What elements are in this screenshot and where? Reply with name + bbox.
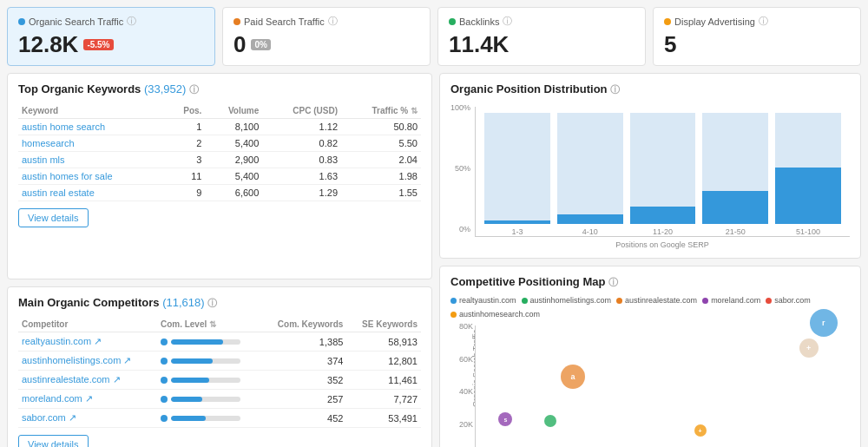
competitor-link[interactable]: austinrealestate.com ↗	[22, 374, 121, 385]
dot-display	[664, 18, 671, 25]
metric-paid[interactable]: Paid Search Traffic ⓘ 0 0%	[222, 7, 431, 66]
dot-organic	[18, 18, 25, 25]
level-bar	[171, 416, 240, 421]
bar-fill	[702, 191, 768, 224]
keyword-link[interactable]: austin mls	[22, 154, 65, 165]
scatter-dot-2[interactable]: s	[498, 412, 512, 426]
level-bar	[171, 339, 240, 345]
position-y-axis: 100% 50% 0%	[450, 103, 472, 233]
legend-dot	[450, 298, 457, 304]
level-bar-container	[161, 415, 257, 422]
map-y-axis: 80K 60K 40K 20K 0	[450, 322, 473, 447]
bar-bg	[775, 113, 841, 168]
level-bar	[171, 378, 240, 383]
table-row: austin home search 1 8,100 1.12 50.80	[18, 119, 421, 135]
legend-item: sabor.com	[766, 296, 811, 305]
legend-item: moreland.com	[702, 296, 760, 305]
metric-paid-value: 0	[233, 31, 246, 58]
info-icon-position[interactable]: ⓘ	[610, 84, 620, 95]
dot-paid	[233, 18, 240, 25]
bar-bg	[484, 113, 550, 220]
bar-group: 11-20	[630, 107, 696, 236]
info-icon-map[interactable]: ⓘ	[608, 277, 618, 287]
metric-organic[interactable]: Organic Search Traffic ⓘ 12.8K -5.5%	[7, 7, 215, 66]
comp-header-com-kw: Com. Keywords	[260, 317, 346, 332]
scatter-dot-3[interactable]	[544, 415, 556, 427]
top-keywords-panel: Top Organic Keywords (33,952) ⓘ Keyword …	[7, 73, 432, 279]
table-row: austin homes for sale 11 5,400 1.63 1.98	[18, 168, 421, 185]
legend-dot	[522, 298, 528, 304]
info-icon-backlinks[interactable]: ⓘ	[503, 15, 512, 28]
position-x-title: Positions on Google SERP	[475, 240, 850, 249]
table-row: moreland.com ↗ 257 7,727	[18, 390, 421, 409]
competitors-title: Main Organic Competitors (11,618) ⓘ	[18, 296, 421, 310]
legend-dot	[766, 298, 772, 304]
keyword-link[interactable]: homesearch	[22, 138, 75, 148]
metric-paid-badge: 0%	[251, 39, 270, 50]
scatter-dot-4[interactable]: +	[694, 424, 707, 437]
bar-label: 4-10	[582, 227, 598, 236]
keyword-link[interactable]: austin real estate	[22, 187, 95, 198]
scatter-dot-1[interactable]: a	[561, 365, 585, 389]
level-dot	[161, 377, 168, 384]
legend-dot	[450, 312, 457, 318]
legend-item: austinhomelistings.com	[522, 296, 612, 305]
level-bar-fill	[171, 339, 223, 345]
level-bar-fill	[171, 378, 209, 383]
level-bar	[171, 397, 240, 402]
kw-header-traffic: Traffic % ⇅	[341, 103, 421, 119]
kw-header-pos: Pos.	[167, 103, 205, 119]
info-icon-organic[interactable]: ⓘ	[127, 15, 136, 28]
level-dot	[161, 415, 168, 422]
bar-bg	[702, 113, 768, 191]
legend-item: austinhomesearch.com	[450, 310, 540, 319]
bar-fill	[557, 214, 623, 224]
map-legend: realtyaustin.comaustinhomelistings.comau…	[450, 296, 850, 319]
info-icon-paid[interactable]: ⓘ	[328, 15, 338, 28]
metric-display-value: 5	[664, 31, 676, 58]
bar-group: 51-100	[775, 107, 841, 236]
keywords-view-details-button[interactable]: View details	[18, 208, 89, 227]
keyword-link[interactable]: austin home search	[22, 122, 105, 132]
metric-display[interactable]: Display Advertising ⓘ 5	[653, 7, 861, 66]
competitor-link[interactable]: sabor.com ↗	[22, 412, 76, 423]
level-dot	[161, 339, 168, 345]
info-icon-competitors[interactable]: ⓘ	[207, 298, 217, 308]
metric-backlinks[interactable]: Backlinks ⓘ 11.4K	[437, 7, 646, 66]
competitor-link[interactable]: austinhomelistings.com ↗	[22, 355, 131, 365]
competitor-link[interactable]: moreland.com ↗	[22, 393, 93, 404]
keyword-link[interactable]: austin homes for sale	[22, 171, 113, 181]
bar-label: 1-3	[511, 227, 523, 236]
level-bar-container	[161, 396, 257, 403]
position-bar-chart: 1-34-1011-2021-5051-100	[475, 107, 850, 237]
competitor-link[interactable]: realtyaustin.com ↗	[22, 336, 102, 346]
kw-header-volume: Volume	[205, 103, 262, 119]
legend-item: austinrealestate.com	[616, 296, 697, 305]
kw-header-keyword: Keyword	[18, 103, 167, 119]
table-row: homesearch 2 5,400 0.82 5.50	[18, 135, 421, 152]
competitors-count: (11,618)	[162, 296, 204, 309]
level-dot	[161, 358, 168, 365]
metric-display-label: Display Advertising	[674, 16, 755, 27]
scatter-dot-5[interactable]: +	[799, 339, 819, 358]
top-keywords-count: (33,952)	[144, 82, 186, 95]
table-row: austin real estate 9 6,600 1.29 1.55	[18, 185, 421, 201]
content-row: Top Organic Keywords (33,952) ⓘ Keyword …	[7, 73, 861, 447]
level-bar-fill	[171, 397, 202, 402]
competitors-view-details-button[interactable]: View details	[18, 435, 89, 447]
info-icon-display[interactable]: ⓘ	[759, 15, 768, 28]
info-icon-keywords[interactable]: ⓘ	[189, 84, 199, 95]
comp-header-se-kw: SE Keywords	[346, 317, 421, 332]
bar-label: 51-100	[796, 227, 820, 236]
level-bar-fill	[171, 416, 206, 421]
table-row: realtyaustin.com ↗ 1,385 58,913	[18, 332, 421, 352]
left-column: Top Organic Keywords (33,952) ⓘ Keyword …	[7, 73, 432, 447]
level-bar	[171, 358, 240, 364]
legend-dot	[616, 298, 622, 304]
bar-group: 1-3	[484, 107, 550, 236]
position-distribution-panel: Organic Position Distribution ⓘ 100% 50%…	[439, 73, 861, 259]
scatter-chart: ras++	[475, 325, 850, 447]
level-bar-fill	[171, 358, 213, 364]
kw-header-cpc: CPC (USD)	[262, 103, 341, 119]
scatter-dot-0[interactable]: r	[810, 309, 838, 337]
